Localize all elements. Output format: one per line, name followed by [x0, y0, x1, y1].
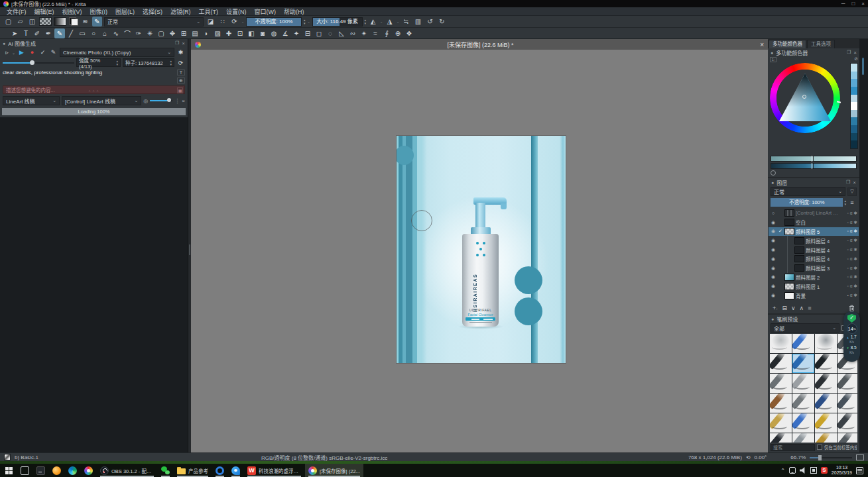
- brush-search-input[interactable]: 搜索: [771, 444, 815, 451]
- shade-strip[interactable]: [850, 63, 858, 149]
- document-window-button[interactable]: W科技浪潮的虚浮词...: [244, 464, 304, 477]
- brush-preset-cell[interactable]: [792, 433, 814, 443]
- new-image-button[interactable]: ▢: [3, 17, 13, 26]
- move-layer-down-button[interactable]: ∨: [791, 305, 796, 311]
- visibility-on-icon[interactable]: ◉: [770, 238, 776, 243]
- duplicate-layer-button[interactable]: ⊟: [782, 305, 787, 311]
- mirror-vertical-button[interactable]: ◮: [385, 17, 395, 26]
- float-docker-icon[interactable]: ❐: [175, 40, 179, 46]
- seed-spinbox[interactable]: 种子: 137648132 ▴▾: [123, 58, 174, 67]
- float-docker-icon[interactable]: ❐: [847, 50, 851, 55]
- brush-preset-cell[interactable]: [770, 413, 792, 433]
- docker-tab-1[interactable]: 工具选项: [807, 40, 835, 48]
- shade-6[interactable]: [851, 110, 857, 118]
- polygon-tool[interactable]: ⌂: [99, 28, 110, 38]
- volume-icon[interactable]: [800, 467, 806, 474]
- control-strength-slider[interactable]: [150, 98, 172, 103]
- transform-tool[interactable]: ▢: [156, 28, 166, 38]
- subwindow-close-icon[interactable]: ×: [760, 41, 764, 48]
- crop-tool[interactable]: ⊞: [178, 28, 189, 38]
- brush-preset-cell[interactable]: [770, 354, 792, 373]
- style-preset-select[interactable]: Cinematic Photo (XL) (Copy) ⌄: [60, 48, 174, 57]
- rotation-icon[interactable]: ⟲: [746, 454, 751, 460]
- reference-images-tool[interactable]: ⊟: [302, 28, 313, 38]
- color-history-icon[interactable]: 1:: [770, 57, 776, 62]
- menu-item-8[interactable]: 设置(N): [222, 7, 251, 16]
- layer-options-icon[interactable]: ≡: [847, 198, 857, 207]
- shade-10[interactable]: [851, 140, 857, 148]
- menu-item-4[interactable]: 图层(L): [111, 7, 139, 16]
- alpha-icon[interactable]: α: [850, 247, 853, 252]
- pattern-swatch[interactable]: [39, 17, 52, 26]
- brush-preset-cell[interactable]: [770, 334, 792, 353]
- visibility-on-icon[interactable]: ◉: [770, 266, 776, 271]
- alpha-icon[interactable]: α: [850, 211, 853, 216]
- eraser-mode-button[interactable]: ◪: [206, 17, 216, 26]
- pan-tool[interactable]: ❖: [404, 28, 414, 38]
- prompt-input[interactable]: clear details, professional shooting lig…: [3, 69, 175, 84]
- freehand-select-tool[interactable]: ∾: [347, 28, 358, 38]
- close-docker-icon[interactable]: ×: [182, 40, 185, 46]
- brush-preset-cell[interactable]: [815, 334, 837, 353]
- layer-settings-icon[interactable]: ✱: [854, 238, 857, 243]
- sogou-input-icon[interactable]: S: [821, 467, 828, 474]
- color-patch-button[interactable]: [771, 170, 776, 176]
- remove-control-icon[interactable]: ×: [182, 98, 185, 104]
- shade-3[interactable]: [851, 87, 857, 95]
- brush-preset-cell[interactable]: [837, 394, 857, 413]
- similar-select-tool[interactable]: ✴: [359, 28, 369, 38]
- bezier-curve-tool[interactable]: ⌒: [122, 28, 133, 38]
- brush-preset-cell[interactable]: [815, 433, 837, 443]
- blue-ring-app-button[interactable]: [212, 464, 227, 477]
- hidden-icons-chevron[interactable]: ⌃: [780, 468, 785, 474]
- text-tool[interactable]: T: [21, 28, 31, 38]
- notification-center-icon[interactable]: [856, 467, 863, 474]
- shade-7[interactable]: [851, 117, 857, 125]
- visibility-on-icon[interactable]: ◉: [770, 284, 776, 289]
- brush-preset-cell[interactable]: [792, 334, 814, 353]
- smart-patch-tool[interactable]: ✚: [223, 28, 234, 38]
- minimize-button[interactable]: ─: [841, 1, 845, 7]
- layer-settings-icon[interactable]: ✱: [854, 229, 857, 234]
- task-view-button[interactable]: [17, 464, 32, 477]
- color-slider-top[interactable]: [771, 156, 857, 162]
- alpha-icon[interactable]: α: [850, 238, 853, 243]
- lock-icon[interactable]: ▫: [847, 274, 848, 280]
- visibility-on-icon[interactable]: ◉: [770, 256, 776, 262]
- obs-app-button[interactable]: OBS 30.1.2 - 配置...: [97, 464, 157, 477]
- shade-2[interactable]: [851, 79, 857, 87]
- menu-item-3[interactable]: 图像(I): [86, 7, 112, 16]
- undo-button[interactable]: ↺: [425, 17, 435, 26]
- lock-icon[interactable]: ▪: [847, 293, 848, 298]
- redo-button[interactable]: ↻: [437, 17, 447, 26]
- edit-button[interactable]: ✎: [49, 48, 58, 57]
- lock-icon[interactable]: ▫: [847, 247, 848, 252]
- document-image[interactable]: HSIRAIREAS UDIZRIFAEL Facial Cleanser: [397, 136, 566, 363]
- shade-4[interactable]: [851, 95, 857, 103]
- close-docker-icon[interactable]: ×: [853, 180, 856, 186]
- layer-filter-icon[interactable]: ▽: [847, 187, 857, 196]
- menu-item-2[interactable]: 视图(V): [58, 7, 86, 16]
- brush-tag-filter-select[interactable]: 全部 ⌄: [771, 323, 839, 333]
- layer-settings-icon[interactable]: ✱: [854, 266, 857, 271]
- zoom-slider[interactable]: [810, 454, 852, 460]
- mirror-horizontal-button[interactable]: ◭: [368, 17, 378, 26]
- edit-shapes-tool[interactable]: ✐: [32, 28, 42, 38]
- menu-item-10[interactable]: 帮助(H): [280, 7, 308, 16]
- move-layer-up-button[interactable]: ∧: [800, 305, 804, 311]
- open-image-button[interactable]: ▱: [15, 17, 25, 26]
- visibility-off-icon[interactable]: ○: [770, 211, 776, 215]
- scrollbar[interactable]: [862, 58, 864, 75]
- docker-tab-0[interactable]: 多功能颜色器: [769, 40, 806, 48]
- color-slider-bottom[interactable]: [771, 163, 857, 169]
- lock-icon[interactable]: ▫: [847, 238, 848, 243]
- rect-select-tool[interactable]: ◻: [314, 28, 324, 38]
- float-docker-icon[interactable]: ❐: [846, 180, 850, 185]
- brush-preset-cell[interactable]: [792, 354, 814, 373]
- polyline-tool[interactable]: ∿: [111, 28, 121, 38]
- resize-handle[interactable]: ⌃⌃⌃: [88, 89, 99, 94]
- usb-icon[interactable]: [810, 467, 817, 474]
- brush-preset-cell[interactable]: [815, 394, 837, 413]
- chevron-down-icon[interactable]: ⌄: [12, 50, 15, 55]
- color-sampler-tool[interactable]: ◗: [201, 28, 212, 38]
